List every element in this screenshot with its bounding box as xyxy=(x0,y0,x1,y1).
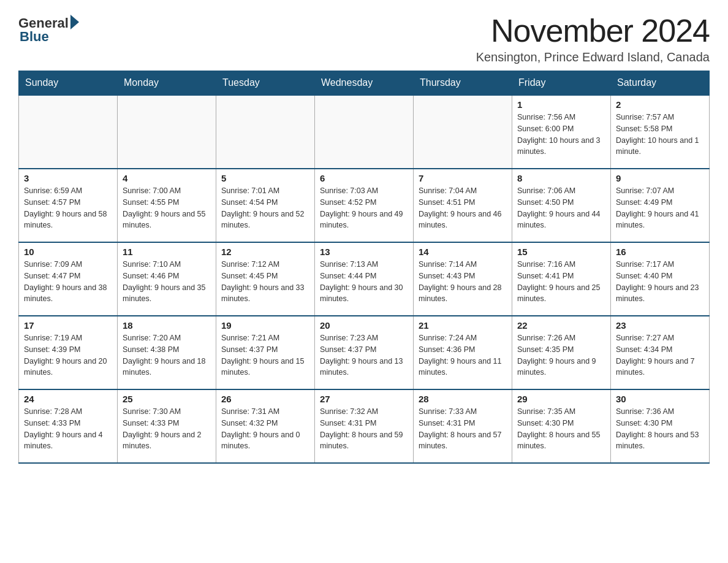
day-number: 22 xyxy=(517,320,605,331)
day-number: 10 xyxy=(24,247,112,257)
day-number: 17 xyxy=(24,320,112,331)
logo-blue-text: Blue xyxy=(20,29,49,45)
day-sun-info: Sunrise: 7:09 AM Sunset: 4:47 PM Dayligh… xyxy=(24,259,112,305)
calendar-cell: 21Sunrise: 7:24 AM Sunset: 4:36 PM Dayli… xyxy=(414,316,512,389)
day-sun-info: Sunrise: 7:17 AM Sunset: 4:40 PM Dayligh… xyxy=(616,259,704,305)
weekday-header-sunday: Sunday xyxy=(19,71,118,96)
day-sun-info: Sunrise: 7:21 AM Sunset: 4:37 PM Dayligh… xyxy=(221,332,309,378)
day-number: 9 xyxy=(616,173,704,183)
calendar-week-row: 24Sunrise: 7:28 AM Sunset: 4:33 PM Dayli… xyxy=(19,389,710,463)
calendar-cell: 19Sunrise: 7:21 AM Sunset: 4:37 PM Dayli… xyxy=(216,316,315,389)
day-sun-info: Sunrise: 7:10 AM Sunset: 4:46 PM Dayligh… xyxy=(123,259,211,305)
day-number: 4 xyxy=(123,173,211,183)
day-sun-info: Sunrise: 7:36 AM Sunset: 4:30 PM Dayligh… xyxy=(616,406,704,452)
day-number: 3 xyxy=(24,173,112,183)
day-sun-info: Sunrise: 7:57 AM Sunset: 5:58 PM Dayligh… xyxy=(616,112,704,158)
calendar-cell: 9Sunrise: 7:07 AM Sunset: 4:49 PM Daylig… xyxy=(611,169,710,242)
calendar-cell: 6Sunrise: 7:03 AM Sunset: 4:52 PM Daylig… xyxy=(315,169,414,242)
calendar-cell: 7Sunrise: 7:04 AM Sunset: 4:51 PM Daylig… xyxy=(414,169,512,242)
day-sun-info: Sunrise: 6:59 AM Sunset: 4:57 PM Dayligh… xyxy=(24,185,112,231)
title-area: November 2024 Kensington, Prince Edward … xyxy=(476,12,710,64)
calendar-cell: 25Sunrise: 7:30 AM Sunset: 4:33 PM Dayli… xyxy=(118,389,216,463)
weekday-header-thursday: Thursday xyxy=(414,71,512,96)
day-sun-info: Sunrise: 7:32 AM Sunset: 4:31 PM Dayligh… xyxy=(320,406,408,452)
day-number: 7 xyxy=(419,173,507,183)
calendar-cell: 11Sunrise: 7:10 AM Sunset: 4:46 PM Dayli… xyxy=(118,242,216,316)
calendar-cell: 16Sunrise: 7:17 AM Sunset: 4:40 PM Dayli… xyxy=(611,242,710,316)
calendar-cell: 1Sunrise: 7:56 AM Sunset: 6:00 PM Daylig… xyxy=(512,95,611,169)
calendar-week-row: 1Sunrise: 7:56 AM Sunset: 6:00 PM Daylig… xyxy=(19,95,710,169)
day-sun-info: Sunrise: 7:12 AM Sunset: 4:45 PM Dayligh… xyxy=(221,259,309,305)
day-number: 30 xyxy=(616,394,704,404)
day-number: 24 xyxy=(24,394,112,404)
calendar-cell xyxy=(19,95,118,169)
day-number: 2 xyxy=(616,99,704,110)
day-number: 6 xyxy=(320,173,408,183)
day-number: 26 xyxy=(221,394,309,404)
day-sun-info: Sunrise: 7:23 AM Sunset: 4:37 PM Dayligh… xyxy=(320,332,408,378)
day-number: 23 xyxy=(616,320,704,331)
calendar-cell: 23Sunrise: 7:27 AM Sunset: 4:34 PM Dayli… xyxy=(611,316,710,389)
calendar-cell: 26Sunrise: 7:31 AM Sunset: 4:32 PM Dayli… xyxy=(216,389,315,463)
day-sun-info: Sunrise: 7:13 AM Sunset: 4:44 PM Dayligh… xyxy=(320,259,408,305)
day-number: 1 xyxy=(517,99,605,110)
weekday-header-tuesday: Tuesday xyxy=(216,71,315,96)
day-number: 8 xyxy=(517,173,605,183)
calendar-cell: 8Sunrise: 7:06 AM Sunset: 4:50 PM Daylig… xyxy=(512,169,611,242)
calendar-cell: 17Sunrise: 7:19 AM Sunset: 4:39 PM Dayli… xyxy=(19,316,118,389)
day-number: 21 xyxy=(419,320,507,331)
weekday-header-wednesday: Wednesday xyxy=(315,71,414,96)
calendar-week-row: 10Sunrise: 7:09 AM Sunset: 4:47 PM Dayli… xyxy=(19,242,710,316)
day-number: 28 xyxy=(419,394,507,404)
day-number: 16 xyxy=(616,247,704,257)
day-sun-info: Sunrise: 7:33 AM Sunset: 4:31 PM Dayligh… xyxy=(419,406,507,452)
calendar-cell: 12Sunrise: 7:12 AM Sunset: 4:45 PM Dayli… xyxy=(216,242,315,316)
day-number: 14 xyxy=(419,247,507,257)
day-number: 11 xyxy=(123,247,211,257)
calendar-table: SundayMondayTuesdayWednesdayThursdayFrid… xyxy=(18,71,710,464)
calendar-cell: 27Sunrise: 7:32 AM Sunset: 4:31 PM Dayli… xyxy=(315,389,414,463)
day-sun-info: Sunrise: 7:04 AM Sunset: 4:51 PM Dayligh… xyxy=(419,185,507,231)
calendar-cell: 4Sunrise: 7:00 AM Sunset: 4:55 PM Daylig… xyxy=(118,169,216,242)
calendar-cell: 20Sunrise: 7:23 AM Sunset: 4:37 PM Dayli… xyxy=(315,316,414,389)
weekday-header-friday: Friday xyxy=(512,71,611,96)
day-sun-info: Sunrise: 7:00 AM Sunset: 4:55 PM Dayligh… xyxy=(123,185,211,231)
day-sun-info: Sunrise: 7:01 AM Sunset: 4:54 PM Dayligh… xyxy=(221,185,309,231)
day-sun-info: Sunrise: 7:30 AM Sunset: 4:33 PM Dayligh… xyxy=(123,406,211,452)
calendar-cell xyxy=(315,95,414,169)
day-sun-info: Sunrise: 7:03 AM Sunset: 4:52 PM Dayligh… xyxy=(320,185,408,231)
calendar-header-row: SundayMondayTuesdayWednesdayThursdayFrid… xyxy=(19,71,710,96)
calendar-cell xyxy=(216,95,315,169)
day-number: 13 xyxy=(320,247,408,257)
location-subtitle: Kensington, Prince Edward Island, Canada xyxy=(476,50,710,64)
calendar-cell: 28Sunrise: 7:33 AM Sunset: 4:31 PM Dayli… xyxy=(414,389,512,463)
calendar-week-row: 3Sunrise: 6:59 AM Sunset: 4:57 PM Daylig… xyxy=(19,169,710,242)
day-sun-info: Sunrise: 7:26 AM Sunset: 4:35 PM Dayligh… xyxy=(517,332,605,378)
day-number: 19 xyxy=(221,320,309,331)
calendar-week-row: 17Sunrise: 7:19 AM Sunset: 4:39 PM Dayli… xyxy=(19,316,710,389)
logo: General Blue xyxy=(18,12,79,45)
calendar-cell: 22Sunrise: 7:26 AM Sunset: 4:35 PM Dayli… xyxy=(512,316,611,389)
calendar-cell: 30Sunrise: 7:36 AM Sunset: 4:30 PM Dayli… xyxy=(611,389,710,463)
calendar-cell xyxy=(118,95,216,169)
day-sun-info: Sunrise: 7:24 AM Sunset: 4:36 PM Dayligh… xyxy=(419,332,507,378)
day-number: 29 xyxy=(517,394,605,404)
day-number: 12 xyxy=(221,247,309,257)
header: General Blue November 2024 Kensington, P… xyxy=(18,12,710,64)
calendar-cell: 14Sunrise: 7:14 AM Sunset: 4:43 PM Dayli… xyxy=(414,242,512,316)
day-number: 18 xyxy=(123,320,211,331)
weekday-header-saturday: Saturday xyxy=(611,71,710,96)
calendar-cell: 5Sunrise: 7:01 AM Sunset: 4:54 PM Daylig… xyxy=(216,169,315,242)
calendar-cell: 2Sunrise: 7:57 AM Sunset: 5:58 PM Daylig… xyxy=(611,95,710,169)
day-sun-info: Sunrise: 7:07 AM Sunset: 4:49 PM Dayligh… xyxy=(616,185,704,231)
calendar-cell: 10Sunrise: 7:09 AM Sunset: 4:47 PM Dayli… xyxy=(19,242,118,316)
calendar-cell: 29Sunrise: 7:35 AM Sunset: 4:30 PM Dayli… xyxy=(512,389,611,463)
day-number: 20 xyxy=(320,320,408,331)
day-number: 5 xyxy=(221,173,309,183)
calendar-cell: 13Sunrise: 7:13 AM Sunset: 4:44 PM Dayli… xyxy=(315,242,414,316)
day-sun-info: Sunrise: 7:35 AM Sunset: 4:30 PM Dayligh… xyxy=(517,406,605,452)
month-title: November 2024 xyxy=(476,12,710,49)
calendar-cell xyxy=(414,95,512,169)
day-sun-info: Sunrise: 7:06 AM Sunset: 4:50 PM Dayligh… xyxy=(517,185,605,231)
day-sun-info: Sunrise: 7:27 AM Sunset: 4:34 PM Dayligh… xyxy=(616,332,704,378)
